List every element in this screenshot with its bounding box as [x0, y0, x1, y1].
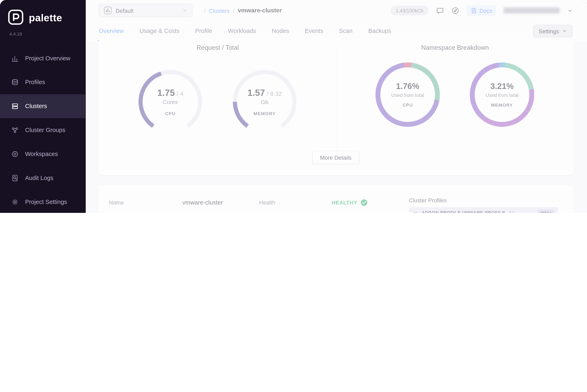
namespace-cpu-caption: Used from total	[391, 92, 424, 98]
docs-button[interactable]: Docs	[467, 5, 496, 16]
namespace-memory-caption: Used from total	[485, 92, 518, 98]
memory-total-value: / 8.32	[267, 90, 282, 97]
brand-name: palette	[29, 12, 62, 24]
chart-box-icon	[104, 6, 112, 14]
addon-profile-name: ADDON PROFILE VMWARE-PROFILE	[421, 210, 505, 213]
cluster-info-column: Name vmware-cluster Tags env: vmware ...…	[109, 192, 249, 213]
gear-icon	[11, 198, 19, 206]
sidebar-item-label: Cluster Groups	[25, 127, 65, 134]
user-menu-button[interactable]	[567, 8, 573, 14]
topbar: Default / Clusters / vmware-cluster 1.43…	[86, 0, 587, 21]
link-icon	[509, 210, 515, 213]
namespace-memory-donut: 3.21% Used from total MEMORY	[470, 62, 534, 127]
sidebar-item-clusters[interactable]: Clusters	[0, 94, 86, 118]
cluster-groups-icon	[11, 126, 19, 134]
project-scope-badge: PROJ	[537, 209, 554, 213]
health-label: Health	[259, 200, 332, 206]
name-value: vmware-cluster	[182, 199, 223, 206]
sidebar-item-label: Clusters	[25, 103, 47, 110]
tab-usage-costs[interactable]: Usage & Costs	[139, 21, 180, 41]
sidebar-item-profiles[interactable]: Profiles	[0, 70, 86, 94]
cpu-used-value: 1.75	[157, 87, 175, 98]
memory-request-gauge: 1.57/ 8.32 Gb MEMORY	[233, 70, 297, 134]
user-name-redacted[interactable]	[503, 8, 559, 14]
content-area: Default / Clusters / vmware-cluster 1.43…	[86, 0, 587, 213]
memory-unit: Gb	[261, 98, 269, 105]
clusters-icon	[11, 102, 19, 110]
divider	[337, 45, 337, 165]
row-name: Name vmware-cluster	[109, 192, 249, 213]
tabs: Overview Usage & Costs Profile Workloads…	[99, 21, 391, 41]
compass-icon	[451, 6, 459, 14]
sidebar-item-project-overview[interactable]: Project Overview	[0, 46, 86, 70]
cpu-total-value: / 4	[177, 90, 183, 97]
workspaces-icon	[11, 150, 19, 158]
breadcrumb-separator: /	[204, 7, 206, 14]
help-button[interactable]	[451, 6, 459, 14]
namespace-cpu-percent: 1.76%	[396, 82, 419, 92]
app-version: 4.4.19	[0, 27, 86, 37]
tab-backups[interactable]: Backups	[368, 21, 391, 41]
layers-icon	[11, 78, 19, 86]
project-selector-value: Default	[116, 7, 134, 14]
palette-app: palette 4.4.19 Project Overview Profiles…	[0, 0, 587, 213]
tab-profile[interactable]: Profile	[195, 21, 212, 41]
tab-events[interactable]: Events	[305, 21, 323, 41]
cluster-status-column: Health HEALTHY Cluster Status RUNNING Up…	[259, 192, 399, 213]
sidebar-item-label: Audit Logs	[25, 175, 53, 182]
brand: palette	[0, 0, 86, 27]
tab-scan[interactable]: Scan	[339, 21, 352, 41]
breadcrumb-current: vmware-cluster	[238, 7, 282, 14]
sidebar-item-label: Profiles	[25, 79, 45, 86]
sidebar-item-project-settings[interactable]: Project Settings	[0, 190, 86, 213]
sidebar-item-workspaces[interactable]: Workspaces	[0, 142, 86, 166]
addon-profile-header[interactable]: ADDON PROFILE VMWARE-PROFILE PROJ	[409, 207, 558, 213]
namespace-cpu-label: CPU	[402, 102, 413, 108]
namespace-memory-percent: 3.21%	[490, 82, 514, 92]
topbar-right: 1.43/100kCh Docs	[390, 0, 573, 21]
project-selector[interactable]: Default	[99, 4, 192, 17]
request-total-title: Request / Total	[98, 44, 337, 52]
row-health: Health HEALTHY	[259, 192, 399, 213]
tab-overview[interactable]: Overview	[99, 21, 124, 41]
sidebar-item-audit-logs[interactable]: Audit Logs	[0, 166, 86, 190]
tab-workloads[interactable]: Workloads	[228, 21, 256, 41]
settings-button-label: Settings	[539, 28, 559, 34]
health-badge: HEALTHY	[332, 200, 357, 206]
sidebar-item-label: Project Settings	[25, 199, 67, 205]
audit-logs-icon	[11, 174, 19, 182]
breadcrumb: / Clusters / vmware-cluster	[204, 0, 282, 21]
tab-nodes[interactable]: Nodes	[272, 21, 289, 41]
cpu-unit: Cores	[163, 98, 178, 105]
sidebar-item-cluster-groups[interactable]: Cluster Groups	[0, 118, 86, 142]
chevron-down-icon	[567, 8, 573, 14]
memory-gauge-label: MEMORY	[253, 111, 276, 116]
metrics-card: Request / Total Namespace Breakdown 1.75…	[98, 39, 573, 175]
chat-icon	[436, 6, 444, 14]
breadcrumb-separator: /	[233, 7, 235, 14]
sidebar-nav: Project Overview Profiles Clusters Clust…	[0, 46, 86, 213]
check-circle-icon	[360, 199, 367, 206]
usage-quota-pill: 1.43/100kCh	[390, 6, 428, 16]
docs-label: Docs	[479, 7, 492, 14]
namespace-breakdown-title: Namespace Breakdown	[337, 44, 573, 52]
more-details-button[interactable]: More Details	[312, 151, 359, 164]
sidebar: palette 4.4.19 Project Overview Profiles…	[0, 0, 86, 213]
document-icon	[470, 7, 477, 14]
sidebar-item-label: Project Overview	[25, 55, 70, 62]
cpu-request-gauge: 1.75/ 4 Cores CPU	[138, 70, 202, 134]
cluster-profiles-title: Cluster Profiles	[409, 197, 558, 204]
namespace-cpu-donut: 1.76% Used from total CPU	[375, 62, 440, 127]
palette-logo	[8, 9, 24, 27]
bar-chart-icon	[11, 55, 19, 62]
chevron-down-icon	[182, 8, 188, 13]
chat-button[interactable]	[436, 6, 444, 14]
memory-used-value: 1.57	[248, 87, 265, 98]
cluster-profiles-panel: Cluster Profiles ADDON PROFILE VMWARE-PR…	[409, 185, 558, 213]
settings-button[interactable]: Settings	[533, 25, 573, 38]
name-label: Name	[109, 200, 182, 206]
breadcrumb-clusters-link[interactable]: Clusters	[209, 7, 230, 14]
chevron-down-icon	[413, 210, 418, 213]
sidebar-item-label: Workspaces	[25, 151, 58, 158]
cpu-gauge-label: CPU	[165, 111, 176, 116]
